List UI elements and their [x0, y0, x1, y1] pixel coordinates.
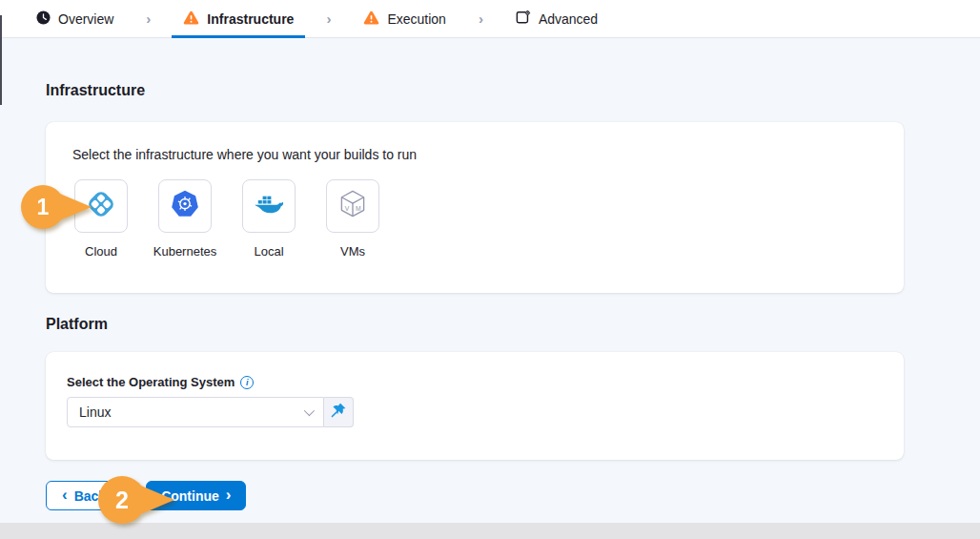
tab-label: Execution — [387, 11, 445, 27]
os-select[interactable]: Linux — [67, 397, 324, 427]
chevron-right-icon: › — [479, 10, 483, 27]
continue-button-label: Continue — [161, 488, 219, 504]
tab-advanced[interactable]: Advanced — [504, 0, 609, 38]
local-tile[interactable] — [242, 179, 296, 233]
infra-option-kubernetes[interactable]: Kubernetes — [158, 179, 212, 259]
back-button-label: Back — [74, 488, 106, 504]
bottom-strip — [0, 523, 980, 539]
chevron-right-icon: › — [326, 10, 331, 27]
warning-icon — [183, 10, 199, 28]
option-label: Kubernetes — [153, 244, 217, 259]
pin-icon — [330, 402, 347, 423]
warning-icon — [363, 10, 379, 28]
info-icon[interactable]: i — [240, 376, 254, 389]
left-panel-edge — [0, 15, 2, 105]
infra-option-cloud[interactable]: Cloud — [74, 179, 128, 259]
os-select-group: Linux — [67, 397, 877, 427]
tab-overview[interactable]: Overview — [25, 0, 125, 38]
infrastructure-card: Select the infrastructure where you want… — [46, 122, 904, 293]
os-field-label-row: Select the Operating System i — [67, 375, 877, 389]
platform-card: Select the Operating System i Linux — [46, 352, 904, 460]
chevron-down-icon — [304, 405, 315, 416]
footer-buttons: ‹ Back Continue › — [46, 481, 980, 510]
harness-cloud-icon — [86, 189, 116, 223]
kubernetes-tile[interactable] — [158, 179, 212, 233]
tab-infrastructure[interactable]: Infrastructure — [172, 0, 305, 38]
tab-label: Infrastructure — [207, 11, 294, 27]
cloud-tile[interactable] — [74, 179, 128, 233]
vms-tile[interactable]: V M — [326, 179, 379, 233]
option-label: Local — [254, 244, 283, 259]
infrastructure-setup-page: Overview › Infrastructure › Execution › … — [0, 0, 980, 539]
chevron-right-icon: › — [146, 10, 151, 27]
tab-label: Advanced — [539, 11, 598, 27]
continue-button[interactable]: Continue › — [146, 481, 246, 510]
os-field-label: Select the Operating System — [67, 375, 235, 389]
tab-execution[interactable]: Execution — [352, 0, 457, 38]
svg-text:M: M — [356, 205, 361, 212]
option-label: VMs — [340, 244, 365, 259]
infrastructure-description: Select the infrastructure where you want… — [67, 147, 877, 162]
wizard-tab-bar: Overview › Infrastructure › Execution › … — [0, 0, 980, 38]
vm-cube-icon: V M — [339, 190, 366, 222]
tab-label: Overview — [58, 11, 113, 27]
os-select-value: Linux — [79, 404, 111, 420]
back-button[interactable]: ‹ Back — [46, 481, 122, 510]
infrastructure-options: Cloud — [67, 179, 877, 259]
infra-option-local[interactable]: Local — [242, 179, 296, 259]
infrastructure-section-title: Infrastructure — [46, 82, 980, 99]
chevron-left-icon: ‹ — [62, 487, 68, 505]
chevron-right-icon: › — [226, 487, 232, 505]
main-content: Infrastructure Select the infrastructure… — [0, 38, 980, 510]
platform-section-title: Platform — [46, 316, 980, 333]
option-label: Cloud — [85, 244, 117, 259]
docker-icon — [254, 192, 284, 220]
kubernetes-icon — [171, 190, 199, 222]
pin-button[interactable] — [324, 397, 354, 427]
infra-option-vms[interactable]: V M VMs — [326, 179, 379, 259]
overview-icon — [36, 10, 51, 28]
advanced-settings-icon — [516, 10, 531, 28]
svg-text:V: V — [345, 205, 350, 212]
